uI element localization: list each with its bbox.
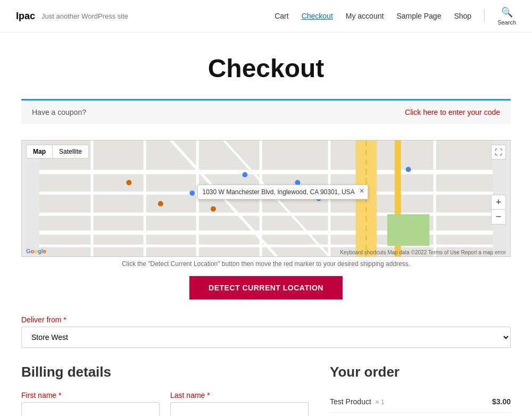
last-name-label: Last name * (170, 391, 309, 400)
site-tagline: Just another WordPress site (41, 12, 128, 20)
map-tab-map[interactable]: Map (26, 145, 53, 159)
last-name-input[interactable] (170, 402, 309, 416)
search-icon: 🔍 (501, 6, 513, 18)
coupon-bar: Have a coupon? Click here to enter your … (21, 99, 511, 124)
search-button[interactable]: 🔍 Search (497, 6, 516, 26)
first-name-required: * (59, 391, 61, 400)
first-name-label: First name * (21, 391, 160, 400)
svg-point-26 (406, 167, 411, 172)
map-zoom-in-button[interactable]: + (491, 195, 506, 210)
map-tab-satellite[interactable]: Satellite (53, 145, 89, 159)
order-item-name: Test Product × 1 (330, 397, 385, 406)
order-summary-section: Your order Test Product × 1 $3.00 Subtot… (330, 364, 511, 416)
order-item-qty: × 1 (376, 398, 385, 406)
name-row: First name * Last name * (21, 391, 309, 416)
google-logo: Google (26, 248, 46, 254)
coupon-text: Have a coupon? (32, 108, 86, 117)
svg-point-22 (189, 190, 195, 196)
deliver-from-section: Deliver from * Store West (21, 315, 511, 348)
svg-point-29 (211, 206, 216, 212)
nav-link-shop[interactable]: Shop (454, 12, 471, 20)
svg-point-27 (126, 180, 131, 185)
last-name-group: Last name * (170, 391, 309, 416)
header-nav: Cart Checkout My account Sample Page Sho… (275, 6, 516, 26)
site-header: lpac Just another WordPress site Cart Ch… (0, 0, 532, 32)
first-name-input[interactable] (21, 402, 160, 416)
page-title: Checkout (11, 54, 521, 83)
fullscreen-icon: ⛶ (495, 148, 502, 156)
detect-location-button[interactable]: DETECT CURRENT LOCATION (189, 276, 343, 299)
map-hint: Click the "Detect Current Location" butt… (21, 260, 511, 268)
nav-link-myaccount[interactable]: My account (346, 12, 384, 20)
main-content: Have a coupon? Click here to enter your … (11, 99, 521, 416)
svg-point-28 (158, 201, 163, 206)
two-column-layout: Billing details First name * Last name * (21, 364, 511, 416)
map-info-close-button[interactable]: ✕ (359, 187, 364, 195)
site-title[interactable]: lpac (16, 11, 35, 22)
detect-button-wrap: DETECT CURRENT LOCATION (21, 276, 511, 299)
order-subtotal-row: Subtotal $3.00 (330, 413, 511, 416)
order-title: Your order (330, 364, 511, 380)
header-left: lpac Just another WordPress site (16, 11, 128, 22)
svg-rect-18 (387, 214, 429, 246)
map-container[interactable]: Map Satellite ⛶ 1030 W Manchester Blvd, … (21, 140, 511, 257)
last-name-required: * (207, 391, 210, 400)
billing-title: Billing details (21, 364, 309, 380)
header-divider (484, 10, 485, 22)
deliver-from-required: * (63, 315, 66, 324)
billing-details-section: Billing details First name * Last name * (21, 364, 309, 416)
first-name-group: First name * (21, 391, 160, 416)
search-label: Search (497, 19, 516, 26)
map-info-address: 1030 W Manchester Blvd, Inglewood, CA 90… (202, 188, 354, 196)
nav-link-cart[interactable]: Cart (275, 12, 288, 20)
map-attribution: Keyboard shortcuts Map data ©2022 Terms … (340, 249, 506, 255)
svg-point-25 (242, 172, 247, 177)
nav-link-checkout[interactable]: Checkout (302, 12, 333, 20)
deliver-from-select[interactable]: Store West (21, 327, 511, 348)
order-item-price: $3.00 (492, 397, 511, 406)
order-item-row: Test Product × 1 $3.00 (330, 391, 511, 413)
map-fullscreen-button[interactable]: ⛶ (491, 145, 506, 160)
map-controls: Map Satellite (26, 145, 89, 159)
map-info-box: 1030 W Manchester Blvd, Inglewood, CA 90… (197, 185, 368, 199)
deliver-from-label: Deliver from * (21, 315, 511, 324)
map-zoom-out-button[interactable]: − (491, 210, 506, 224)
nav-link-samplepage[interactable]: Sample Page (396, 12, 441, 20)
map-section: Map Satellite ⛶ 1030 W Manchester Blvd, … (21, 140, 511, 268)
map-zoom-controls: + − (491, 195, 506, 224)
page-title-section: Checkout (0, 32, 532, 99)
coupon-link[interactable]: Click here to enter your code (405, 108, 500, 117)
